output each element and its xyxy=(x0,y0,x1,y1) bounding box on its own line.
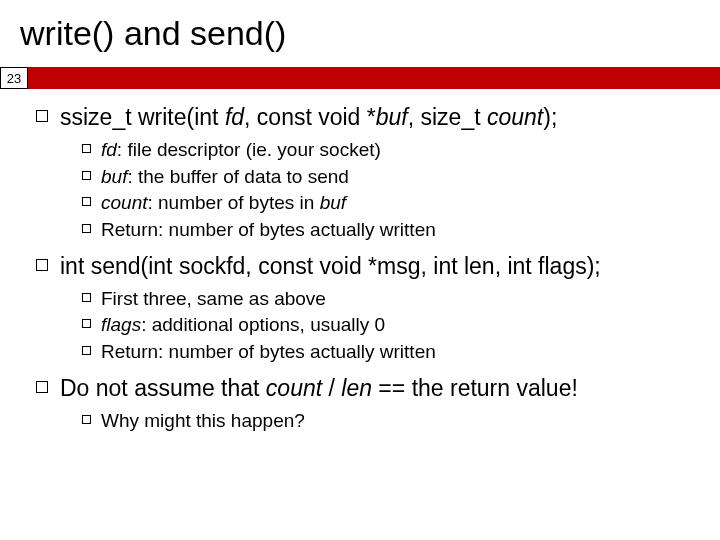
square-bullet-icon xyxy=(82,346,91,355)
subitem-text: buf: the buffer of data to send xyxy=(101,165,349,189)
subitem-0-2: count: number of bytes in buf xyxy=(82,191,694,215)
square-bullet-icon xyxy=(36,259,48,271)
subitem-2-0: Why might this happen? xyxy=(82,409,694,433)
subitem-text: First three, same as above xyxy=(101,287,326,311)
square-bullet-icon xyxy=(82,197,91,206)
subitem-0-0: fd: file descriptor (ie. your socket) xyxy=(82,138,694,162)
subitem-1-2: Return: number of bytes actually written xyxy=(82,340,694,364)
subitem-text: count: number of bytes in buf xyxy=(101,191,346,215)
subitems: Why might this happen? xyxy=(82,409,694,433)
accent-bar: 23 xyxy=(0,67,720,89)
square-bullet-icon xyxy=(82,293,91,302)
subitem-text: flags: additional options, usually 0 xyxy=(101,313,385,337)
section-2: Do not assume that count / len == the re… xyxy=(36,374,694,403)
subitem-text: Return: number of bytes actually written xyxy=(101,340,436,364)
subitem-0-3: Return: number of bytes actually written xyxy=(82,218,694,242)
slide: write() and send() 23 ssize_t write(int … xyxy=(0,0,720,540)
square-bullet-icon xyxy=(82,319,91,328)
section-heading: ssize_t write(int fd, const void *buf, s… xyxy=(60,103,557,132)
content-area: ssize_t write(int fd, const void *buf, s… xyxy=(20,103,700,432)
subitem-text: fd: file descriptor (ie. your socket) xyxy=(101,138,381,162)
subitem-0-1: buf: the buffer of data to send xyxy=(82,165,694,189)
square-bullet-icon xyxy=(82,144,91,153)
subitem-text: Return: number of bytes actually written xyxy=(101,218,436,242)
square-bullet-icon xyxy=(82,224,91,233)
section-heading: int send(int sockfd, const void *msg, in… xyxy=(60,252,601,281)
subitems: fd: file descriptor (ie. your socket)buf… xyxy=(82,138,694,242)
subitem-1-0: First three, same as above xyxy=(82,287,694,311)
subitems: First three, same as aboveflags: additio… xyxy=(82,287,694,364)
square-bullet-icon xyxy=(82,415,91,424)
page-number: 23 xyxy=(0,67,28,89)
section-heading: Do not assume that count / len == the re… xyxy=(60,374,578,403)
subitem-1-1: flags: additional options, usually 0 xyxy=(82,313,694,337)
section-0: ssize_t write(int fd, const void *buf, s… xyxy=(36,103,694,132)
square-bullet-icon xyxy=(36,110,48,122)
subitem-text: Why might this happen? xyxy=(101,409,305,433)
square-bullet-icon xyxy=(36,381,48,393)
slide-title: write() and send() xyxy=(20,14,700,53)
square-bullet-icon xyxy=(82,171,91,180)
section-1: int send(int sockfd, const void *msg, in… xyxy=(36,252,694,281)
